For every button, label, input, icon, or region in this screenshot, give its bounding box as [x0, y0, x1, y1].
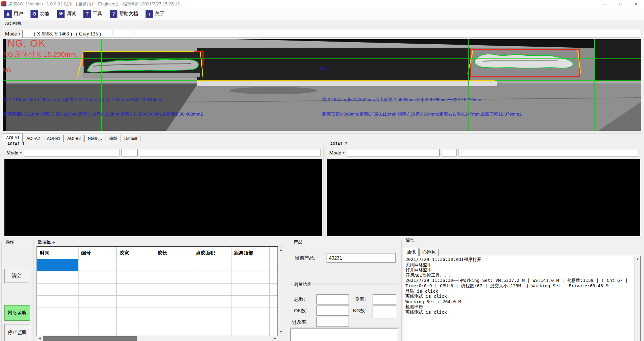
- toolbar-tools-button[interactable]: T 工具: [82, 9, 104, 19]
- table-cell[interactable]: [155, 284, 193, 295]
- table-cell[interactable]: [37, 284, 79, 295]
- column-header-time[interactable]: 时间: [37, 247, 79, 259]
- table-cell[interactable]: [155, 296, 193, 308]
- table-cell[interactable]: [155, 320, 193, 332]
- table-cell[interactable]: [231, 320, 270, 332]
- table-horizontal-scrollbar[interactable]: ◀ ▶: [37, 336, 278, 341]
- camera-aux-field-2[interactable]: [135, 30, 640, 38]
- table-cell[interactable]: [155, 271, 193, 283]
- stop-listen-button[interactable]: 停止监听: [4, 324, 30, 341]
- scroll-up-icon[interactable]: ▲: [635, 256, 640, 262]
- table-cell[interactable]: [79, 284, 117, 295]
- scroll-down-icon[interactable]: ▼: [279, 329, 284, 335]
- table-cell[interactable]: [117, 284, 155, 295]
- table-cell[interactable]: [193, 308, 231, 320]
- table-cell[interactable]: [117, 271, 155, 283]
- tab-aoi-a1[interactable]: AOI-A1: [3, 133, 23, 142]
- table-cell[interactable]: [193, 296, 231, 308]
- table-cell[interactable]: [193, 320, 231, 332]
- toolbar-about-button[interactable]: i 关于: [144, 9, 166, 19]
- subpanel-aoia1-1: AOIA1_1 Mode ▼: [3, 144, 324, 238]
- table-cell[interactable]: [79, 271, 117, 283]
- table-cell[interactable]: [37, 271, 79, 283]
- ok-count-field[interactable]: [316, 306, 349, 316]
- column-header-number[interactable]: 编号: [79, 247, 117, 259]
- tab-ng-display[interactable]: NG显示: [84, 135, 105, 142]
- table-cell[interactable]: [231, 284, 270, 295]
- current-product-field[interactable]: 40231: [327, 253, 396, 263]
- table-cell[interactable]: [155, 308, 193, 320]
- tab-aoi-b2[interactable]: AOI-B2: [64, 135, 84, 142]
- table-cell[interactable]: [117, 296, 155, 308]
- table-cell[interactable]: [193, 284, 231, 295]
- tab-template[interactable]: 模版: [106, 135, 120, 142]
- table-cell[interactable]: [117, 308, 155, 320]
- subpanel-1-field-2[interactable]: [121, 149, 138, 156]
- column-header-glue-area[interactable]: 点胶面积: [193, 247, 231, 259]
- column-header-distance-top[interactable]: 距离顶部: [231, 247, 270, 259]
- table-cell[interactable]: [193, 259, 231, 271]
- tab-aoi-a2[interactable]: AOI-A2: [23, 135, 43, 142]
- table-cell[interactable]: [117, 259, 155, 271]
- toolbar-user-button[interactable]: ♟ 用户: [3, 9, 24, 19]
- table-cell[interactable]: [37, 308, 79, 320]
- tab-default[interactable]: Default: [121, 135, 140, 142]
- camera-aux-field-1[interactable]: [113, 30, 134, 38]
- table-cell[interactable]: [79, 296, 117, 308]
- table-cell[interactable]: [231, 308, 270, 320]
- table-cell[interactable]: [231, 271, 270, 283]
- subpanel-2-field-3[interactable]: [459, 149, 639, 156]
- table-row: [37, 271, 277, 284]
- total-field[interactable]: [316, 294, 349, 305]
- communication-log[interactable]: 2021/7/29 11:36:30:AOI程序打开 关闭网络监听 打开网络监听…: [404, 256, 641, 341]
- overkill-field[interactable]: [316, 317, 349, 327]
- log-line: Working Set : 264.0 M: [405, 299, 639, 305]
- toolbar-debug-button[interactable]: ⚒ 调试: [55, 9, 77, 19]
- toolbar-function-button[interactable]: ⚙ 功能: [29, 9, 51, 19]
- column-header-glue-length[interactable]: 胶长: [155, 247, 193, 259]
- subpanel-1-field-3[interactable]: [140, 149, 320, 156]
- yield-field[interactable]: [373, 294, 396, 305]
- subpanel-1-image-view[interactable]: [4, 159, 322, 236]
- tab-aoi-b1[interactable]: AOI-B1: [44, 135, 64, 142]
- selected-cell[interactable]: [37, 259, 79, 271]
- tab-communication[interactable]: 通讯: [404, 248, 419, 256]
- tab-heartbeat[interactable]: 心跳包: [419, 249, 439, 256]
- subpanel-1-field-1[interactable]: [24, 149, 119, 156]
- subpanel-2-field-1[interactable]: [347, 149, 440, 156]
- scroll-up-icon[interactable]: ▲: [279, 247, 284, 252]
- table-cell[interactable]: [37, 296, 79, 308]
- minimize-button[interactable]: —: [597, 0, 613, 8]
- close-button[interactable]: ✕: [628, 0, 644, 8]
- scroll-right-icon[interactable]: ▶: [272, 336, 278, 341]
- table-cell[interactable]: [117, 320, 155, 332]
- subpanel-2-image-view[interactable]: [327, 159, 640, 236]
- camera-coords-field[interactable]: ( X 6568, Y 1463 ) : ( Gray 135 ): [22, 30, 112, 38]
- log-scrollbar[interactable]: ▲: [634, 256, 640, 341]
- table-cell[interactable]: [231, 259, 270, 271]
- scroll-left-icon[interactable]: ◀: [37, 336, 43, 341]
- subpanel-2-field-2[interactable]: [442, 149, 457, 156]
- table-row: [37, 284, 277, 296]
- table-cell[interactable]: [79, 308, 117, 320]
- camera-image-view[interactable]: NG, OK NG:胶体过长:15.290mm, NG OK 宽:2.218mm…: [3, 39, 641, 131]
- right-measurement-line-1: 宽:2.187mm,长:14.352mm,最大胶宽:1.5663mm,最小:0.…: [322, 97, 481, 103]
- table-cell[interactable]: [79, 320, 117, 332]
- table-cell[interactable]: [193, 271, 231, 283]
- horizontal-scroll-thumb[interactable]: [43, 336, 137, 341]
- table-cell[interactable]: [79, 259, 117, 271]
- network-listen-button[interactable]: 网络监听: [4, 305, 30, 321]
- maximize-button[interactable]: □: [613, 0, 628, 8]
- table-vertical-scrollbar[interactable]: ▲ ▼: [278, 246, 284, 335]
- subpanel-2-mode-dropdown[interactable]: Mode ▼: [329, 149, 346, 156]
- table-cell[interactable]: [155, 259, 193, 271]
- table-cell[interactable]: [37, 320, 79, 332]
- column-header-glue-width[interactable]: 胶宽: [117, 247, 155, 259]
- camera-mode-dropdown[interactable]: Mode ▼: [4, 30, 22, 38]
- results-note-box[interactable]: [290, 328, 398, 341]
- clear-button[interactable]: 清空: [4, 269, 28, 283]
- ng-count-field[interactable]: [373, 306, 396, 318]
- toolbar-help-button[interactable]: ? 帮助文档: [108, 9, 139, 19]
- subpanel-1-mode-dropdown[interactable]: Mode ▼: [6, 149, 23, 156]
- table-cell[interactable]: [231, 296, 270, 308]
